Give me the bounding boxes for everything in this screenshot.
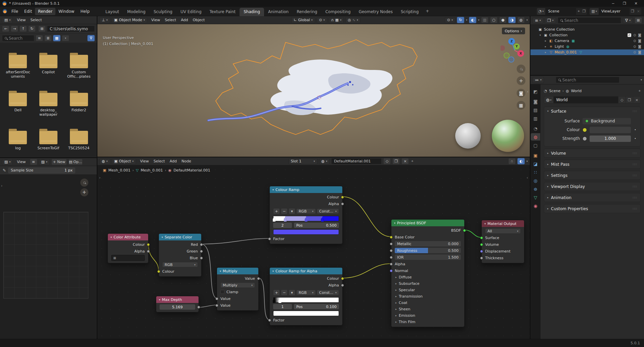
properties-options-icon[interactable]: ▾ — [641, 78, 642, 81]
socket-out[interactable] — [341, 284, 344, 287]
node-max-depth[interactable]: ▾Max Depth5.169 — [156, 296, 199, 312]
folder-item[interactable]: Dell — [3, 93, 33, 131]
mode-dropdown[interactable]: ▣Object Mode▾ — [112, 17, 147, 23]
expand-caret-icon[interactable]: ▸ — [544, 45, 547, 48]
gizmos-toggle[interactable]: ↻ — [457, 17, 464, 23]
breadcrumb-world[interactable]: World — [571, 89, 582, 93]
shader-sidebar-toggle-icon[interactable]: ‹ — [527, 176, 528, 180]
delete-stop-button[interactable]: − — [281, 208, 288, 214]
hide-eye-icon[interactable]: ⊙ — [633, 33, 636, 37]
menu-node[interactable]: Node — [179, 158, 194, 164]
stop-position-field[interactable]: Pos0.100 — [294, 304, 339, 309]
collapse-icon[interactable]: ▸ — [395, 276, 397, 279]
collapse-icon[interactable]: ▾ — [272, 188, 274, 191]
add-stop-button[interactable]: + — [273, 290, 280, 296]
collapse-icon[interactable]: ▸ — [395, 314, 397, 317]
socket-out[interactable] — [147, 250, 150, 253]
socket-out[interactable] — [463, 229, 466, 232]
scene-name[interactable]: Scene — [545, 8, 576, 15]
disable-render-icon[interactable]: ◙ — [638, 45, 641, 48]
image-zoom-button[interactable] — [80, 179, 88, 187]
editor-type-button-files[interactable]: ▤▾ — [2, 17, 13, 23]
axis-x-handle[interactable]: X — [517, 50, 524, 57]
unlink-world-icon[interactable]: × — [633, 96, 641, 104]
image-canvas[interactable]: › ✛ — [0, 175, 97, 339]
options-dropdown[interactable]: Options▾ — [502, 28, 525, 34]
ramp-stop-marker[interactable] — [278, 299, 281, 303]
properties-tab-object[interactable]: ▣ — [531, 152, 540, 159]
xray-toggle[interactable]: ▥ — [481, 17, 488, 23]
app-menu-render[interactable]: Render — [35, 8, 55, 15]
socket-out[interactable] — [197, 306, 200, 309]
shading-solid-button[interactable]: ● — [499, 17, 507, 23]
shader-type-dropdown[interactable]: ▣Object▾ — [112, 158, 136, 164]
socket-out[interactable] — [200, 257, 203, 260]
new-collection-button[interactable]: ⊞ — [635, 17, 642, 24]
ramp-stop-marker[interactable] — [321, 217, 324, 222]
colour-ramp-gradient[interactable] — [273, 216, 339, 221]
visibility-dropdown[interactable]: ⊙▾ — [445, 17, 455, 23]
pin-icon[interactable]: ⌖ — [576, 9, 581, 13]
shading-wireframe-button[interactable]: ○ — [490, 17, 498, 23]
app-menu-file[interactable]: File — [8, 8, 21, 15]
editor-type-button-shader[interactable]: ◍▾ — [99, 158, 110, 164]
folder-item[interactable]: log — [3, 131, 33, 157]
shader-snapping-icon[interactable]: ∩ — [508, 158, 516, 164]
copy-material-icon[interactable]: ❐ — [392, 158, 400, 164]
workspace-tab-texture-paint[interactable]: Texture Paint — [206, 8, 240, 16]
strength-slider[interactable]: 1.000 — [590, 136, 631, 142]
world-name-field[interactable]: World — [554, 96, 619, 104]
breadcrumb-object[interactable]: Mesh_0.001 — [108, 168, 130, 172]
interpolation-dropdown[interactable]: Const...▾ — [317, 290, 339, 295]
stop-colour-swatch[interactable] — [273, 311, 339, 316]
breadcrumb-material[interactable]: DefaultMaterial.001 — [173, 168, 210, 172]
disable-render-icon[interactable]: ◙ — [638, 33, 641, 37]
socket-in[interactable] — [215, 304, 218, 307]
outliner-display-dropdown[interactable]: ❐▾ — [545, 17, 556, 24]
collapse-icon[interactable]: ▾ — [159, 298, 160, 301]
node-link[interactable] — [199, 305, 217, 307]
viewport-pan-button[interactable]: ✛ — [517, 76, 525, 85]
animate-dot-icon[interactable]: • — [634, 128, 637, 131]
stop-index-field[interactable]: 1 — [273, 304, 292, 309]
panel-header-animation[interactable]: ▸Animation∷∷ — [544, 193, 640, 202]
unlink-material-icon[interactable]: × — [401, 158, 409, 164]
collapse-icon[interactable]: ▸ — [395, 301, 397, 304]
animate-dot-icon[interactable]: • — [634, 137, 637, 140]
display-vertical-list-button[interactable]: ≡ — [36, 35, 43, 41]
socket-in[interactable] — [480, 257, 483, 260]
properties-tab-render[interactable]: ◙ — [531, 98, 540, 105]
workspace-tab-compositing[interactable]: Compositing — [321, 8, 354, 16]
close-button[interactable]: ✕ — [630, 0, 642, 7]
properties-tab-tool[interactable]: ◩ — [531, 88, 540, 95]
viewport-sidebar-toggle-icon[interactable]: ‹ — [527, 89, 528, 94]
display-horizontal-list-button[interactable]: ≣ — [44, 35, 52, 41]
editor-type-button-viewport[interactable]: ⊥▾ — [99, 17, 110, 23]
workspace-tab-layout[interactable]: Layout — [101, 8, 123, 16]
expand-caret-icon[interactable]: ▾ — [539, 34, 542, 37]
node-dropdown[interactable]: All▾ — [485, 228, 521, 234]
collapse-icon[interactable]: ▸ — [395, 308, 397, 311]
node-link[interactable] — [148, 244, 159, 271]
hide-eye-icon[interactable]: ⊙ — [633, 45, 636, 48]
app-menu-help[interactable]: Help — [77, 8, 92, 15]
outliner-row-collection[interactable]: ▾▣Collection✓⊙◙ — [530, 32, 644, 38]
properties-tab-modifiers[interactable]: ◪ — [531, 160, 540, 167]
socket-in[interactable] — [480, 236, 483, 239]
collapse-icon[interactable]: ▾ — [484, 222, 486, 225]
node-colour-ramp[interactable]: ▾Colour RampColourAlpha+−▾RGB▾Const...▾2… — [269, 186, 343, 244]
viewlayer-selector[interactable]: ▥▾ ViewLayer ❐ × — [590, 8, 641, 15]
editor-type-button-properties[interactable]: ≔▾ — [532, 77, 544, 83]
transform-orientation-dropdown[interactable]: ∟Global▾ — [291, 17, 315, 23]
shading-material-button[interactable]: ◑ — [508, 17, 516, 23]
properties-search-input[interactable]: Search — [556, 77, 619, 83]
pivot-point-dropdown[interactable]: ⊙▾ — [317, 17, 327, 23]
image-browse-button[interactable]: ▨▾ — [39, 159, 50, 165]
workspace-tab-modeling[interactable]: Modeling — [123, 8, 150, 16]
add-workspace-button[interactable]: + — [423, 7, 432, 15]
menu-add[interactable]: Add — [167, 158, 179, 164]
socket-in[interactable] — [215, 297, 218, 300]
overlays-toggle[interactable]: ◐ — [469, 17, 476, 23]
shader-toolbar-toggle-icon[interactable]: › — [99, 176, 100, 180]
socket-out[interactable] — [200, 243, 203, 246]
